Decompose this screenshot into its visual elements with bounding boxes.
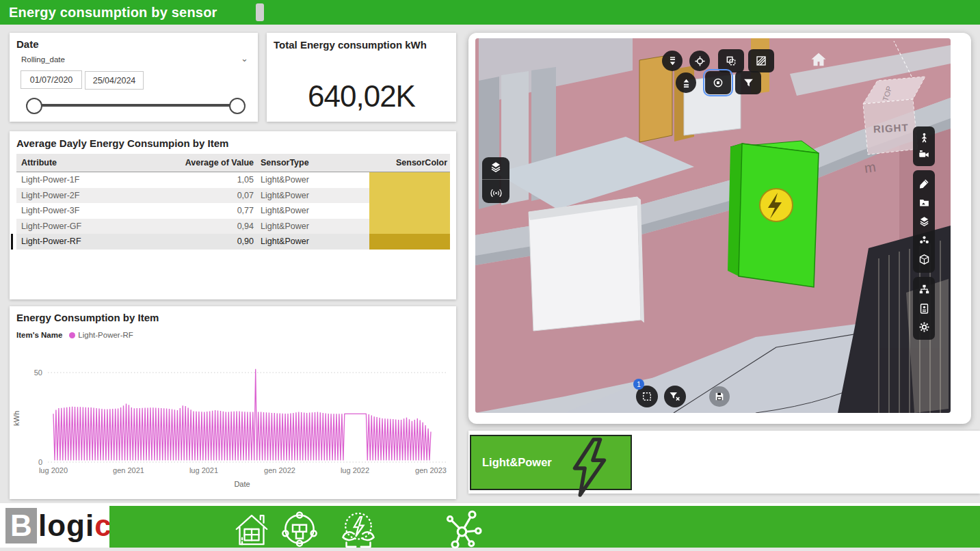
green-energy-icon[interactable]	[336, 510, 380, 551]
hierarchy-button[interactable]	[918, 284, 930, 295]
explode-up-button[interactable]	[676, 72, 696, 93]
col-attribute[interactable]: Attribute	[16, 158, 170, 167]
app-header: Energy consumption by sensor	[0, 0, 980, 25]
explode-down-button[interactable]	[662, 51, 683, 71]
layers-button[interactable]	[918, 215, 930, 227]
date-slicer-field: Rolling_date	[21, 55, 65, 64]
light-power-button[interactable]: Light&Power	[470, 435, 632, 490]
right-toolbar-group-2	[913, 170, 935, 273]
table-cell: Light-Power-GF	[16, 221, 170, 231]
col-sensortype[interactable]: SensorType	[259, 158, 369, 167]
x-tick-3: gen 2022	[264, 466, 295, 474]
kpi-value: 640,02K	[267, 79, 456, 113]
card-button[interactable]	[918, 303, 930, 314]
legend-series-label[interactable]: Light-Power-RF	[78, 331, 133, 339]
table-row[interactable]: Light-Power-RF0,90Light&Power	[16, 234, 450, 250]
sensor-color-swatch	[369, 234, 450, 250]
filter-button[interactable]	[735, 71, 761, 94]
brand-accent: c	[94, 509, 111, 543]
table-cell: Light-Power-3F	[16, 206, 170, 215]
footer: B logi c	[0, 503, 980, 548]
page-title: Energy consumption by sensor	[9, 5, 217, 21]
focus-button[interactable]	[689, 51, 710, 71]
x-axis-label: Date	[234, 480, 250, 488]
x-tick-0: lug 2020	[39, 466, 68, 474]
sensor-signal-button[interactable]	[490, 187, 503, 200]
shapes-button[interactable]	[918, 234, 930, 246]
hatch-button[interactable]	[748, 49, 774, 72]
layers-button[interactable]	[490, 161, 502, 173]
chevron-down-icon[interactable]: ⌄	[241, 53, 248, 64]
sensor-color-swatch	[369, 203, 450, 219]
table-title: Average Dayly Energy Consumpion by Item	[16, 137, 228, 149]
chart-title: Energy Consumption by Item	[16, 312, 159, 323]
start-date-input[interactable]: 01/07/2020	[21, 70, 82, 89]
duplicate-button[interactable]	[718, 49, 744, 72]
house-icon[interactable]	[231, 510, 272, 548]
table-cell: Light-Power-2F	[16, 191, 170, 200]
sensor-table: Attribute Average of Value SensorType Se…	[16, 154, 450, 250]
slider-handle-end[interactable]	[229, 98, 246, 114]
brand-rest: logi	[38, 509, 94, 543]
table-header-row[interactable]: Attribute Average of Value SensorType Se…	[16, 154, 450, 172]
x-tick-2: lug 2021	[189, 466, 218, 474]
table-cell: 0,77	[170, 206, 259, 215]
network-nodes-icon[interactable]	[442, 509, 486, 550]
sensor-color-swatch	[369, 172, 450, 188]
right-toolbar-group-1	[913, 126, 935, 166]
date-range-slider-track[interactable]	[33, 104, 236, 107]
nav-cube-front-label: RIGHT	[873, 122, 908, 135]
table-row[interactable]: Light-Power-3F0,77Light&Power	[16, 203, 450, 219]
isolate-button[interactable]	[705, 71, 731, 94]
light-power-label: Light&Power	[482, 456, 552, 469]
y-tick-0: 0	[38, 458, 42, 466]
sensor-color-swatch	[369, 219, 450, 234]
date-slicer-card: Date Rolling_date ⌄ 01/07/2020 25/04/202…	[10, 33, 258, 122]
folder-button[interactable]	[918, 197, 930, 209]
kpi-card: Total Energy consumption kWh 640,02K	[267, 33, 456, 122]
energy-line-chart[interactable]: 50 0 kWh lug 2020 gen 2021 lug 2021 gen …	[10, 342, 456, 499]
measure-button[interactable]	[918, 178, 930, 189]
header-marker	[256, 3, 264, 21]
table-cell: Light-Power-RF	[16, 237, 170, 246]
legend-dot	[69, 332, 75, 338]
table-cell: 0,07	[170, 191, 259, 200]
svg-text:m: m	[863, 159, 877, 176]
x-tick-1: gen 2021	[113, 466, 144, 474]
sensor-3d-object[interactable]	[728, 141, 819, 287]
table-cell: Light&Power	[259, 191, 369, 200]
kpi-title: Total Energy consumption kWh	[274, 38, 431, 52]
col-average[interactable]: Average of Value	[170, 158, 259, 167]
slider-handle-start[interactable]	[26, 98, 42, 114]
table-cell: Light&Power	[259, 175, 369, 185]
sensor-type-card: Light&Power	[468, 431, 980, 494]
series-light-power-rf	[53, 369, 431, 461]
y-axis-label: kWh	[12, 411, 21, 426]
camera-button[interactable]	[918, 148, 930, 161]
table-cell: Light-Power-1F	[16, 175, 170, 185]
sensor-color-swatch	[369, 188, 450, 204]
table-cell: Light&Power	[259, 206, 369, 215]
bim-network-icon[interactable]	[278, 509, 321, 550]
col-sensorcolor[interactable]: SensorColor	[369, 158, 450, 167]
table-cell: Light&Power	[259, 221, 369, 231]
date-slicer-title: Date	[16, 38, 39, 50]
table-cell: 1,05	[170, 175, 259, 185]
lightning-bolt-icon	[565, 438, 613, 498]
table-cell: 0,94	[170, 221, 259, 231]
first-person-button[interactable]	[918, 132, 930, 144]
chart-legend: Item's Name Light-Power-RF	[16, 331, 133, 339]
table-row[interactable]: Light-Power-2F0,07Light&Power	[16, 188, 450, 204]
table-row[interactable]: Light-Power-GF0,94Light&Power	[16, 219, 450, 234]
y-tick-50: 50	[34, 368, 42, 377]
table-row[interactable]: Light-Power-1F1,05Light&Power	[16, 172, 450, 188]
cube-button[interactable]	[918, 254, 930, 265]
brand-b: B	[5, 508, 37, 543]
settings-button[interactable]	[918, 321, 930, 333]
save-view-button[interactable]	[709, 386, 730, 407]
end-date-input[interactable]: 25/04/2024	[85, 71, 144, 90]
x-tick-5: gen 2023	[415, 466, 447, 474]
clear-filter-button[interactable]	[664, 386, 686, 407]
x-tick-4: lug 2022	[341, 466, 369, 474]
legend-field-label: Item's Name	[16, 331, 62, 339]
